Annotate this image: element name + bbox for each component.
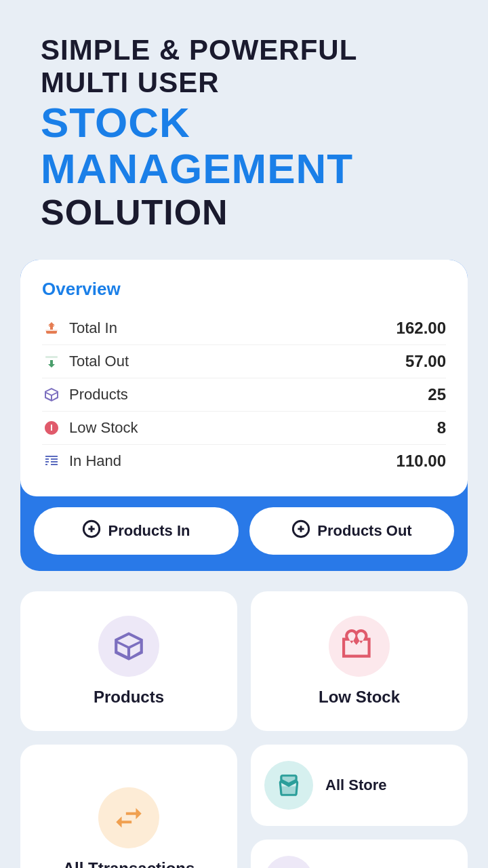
box-icon — [42, 385, 61, 404]
overview-row-in-hand: In Hand 110.00 — [42, 445, 446, 477]
low-stock-icon — [342, 629, 376, 663]
products-icon-wrap — [98, 616, 159, 677]
overview-label-total-in: Total In — [42, 319, 117, 338]
quotation-card[interactable]: Quotation — [251, 840, 468, 868]
svg-rect-1 — [45, 356, 58, 358]
all-store-label: All Store — [325, 776, 386, 794]
overview-label-total-out: Total Out — [42, 352, 129, 371]
bottom-right: All Store Quotation — [251, 745, 468, 868]
value-total-out: 57.00 — [405, 352, 446, 371]
low-stock-icon-wrap — [329, 616, 390, 677]
value-in-hand: 110.00 — [396, 452, 446, 471]
overview-title: Overview — [42, 279, 446, 300]
download-icon — [42, 352, 61, 371]
hero-line4: SOLUTION — [41, 192, 447, 233]
hero-section: SIMPLE & POWERFUL MULTI USER STOCK MANAG… — [0, 0, 488, 253]
hero-line3: STOCK MANAGEMENT — [41, 100, 447, 192]
value-low-stock: 8 — [437, 418, 446, 437]
overview-row-total-in: Total In 162.00 — [42, 312, 446, 345]
overview-label-in-hand: In Hand — [42, 452, 121, 471]
low-stock-card-label: Low Stock — [319, 688, 400, 707]
all-transactions-label: All Ttransactions — [63, 859, 195, 868]
products-out-button[interactable]: Products Out — [249, 507, 454, 555]
overview-wrapper: Overview Total In 162.00 — [20, 260, 468, 571]
hero-line1: SIMPLE & POWERFUL — [41, 34, 447, 66]
hero-line2: MULTI USER — [41, 66, 447, 99]
products-card-label: Products — [94, 688, 164, 707]
grid-section: Products Low Stock — [0, 585, 488, 731]
products-card[interactable]: Products — [20, 591, 237, 731]
label-total-in: Total In — [69, 319, 117, 337]
hand-icon — [42, 452, 61, 471]
products-in-label: Products In — [108, 522, 190, 540]
label-products: Products — [69, 386, 128, 403]
overview-label-low-stock: Low Stock — [42, 418, 138, 437]
transactions-icon-wrap — [98, 787, 159, 848]
all-store-card[interactable]: All Store — [251, 745, 468, 826]
label-total-out: Total Out — [69, 353, 129, 370]
store-icon — [276, 772, 302, 798]
overview-row-total-out: Total Out 57.00 — [42, 345, 446, 378]
overview-row-products: Products 25 — [42, 378, 446, 412]
products-out-label: Products Out — [317, 522, 411, 540]
all-transactions-card[interactable]: All Ttransactions — [20, 745, 237, 868]
quotation-icon-wrap — [264, 856, 313, 868]
label-low-stock: Low Stock — [69, 419, 138, 437]
low-stock-card[interactable]: Low Stock — [251, 591, 468, 731]
value-total-in: 162.00 — [396, 319, 446, 338]
svg-rect-0 — [45, 330, 58, 332]
warning-icon — [42, 418, 61, 437]
action-buttons: Products In Products Out — [20, 496, 468, 555]
overview-card: Overview Total In 162.00 — [20, 260, 468, 496]
upload-icon — [42, 319, 61, 338]
value-products: 25 — [428, 385, 446, 404]
bottom-section: All Ttransactions All Store Quotation — [0, 745, 488, 868]
label-in-hand: In Hand — [69, 452, 121, 470]
products-icon — [112, 629, 146, 663]
plus-circle-icon-out — [291, 519, 310, 542]
overview-label-products: Products — [42, 385, 128, 404]
all-store-icon-wrap — [264, 761, 313, 810]
plus-circle-icon-in — [82, 519, 101, 542]
transactions-icon — [112, 801, 146, 835]
overview-row-low-stock: Low Stock 8 — [42, 412, 446, 445]
products-in-button[interactable]: Products In — [34, 507, 239, 555]
